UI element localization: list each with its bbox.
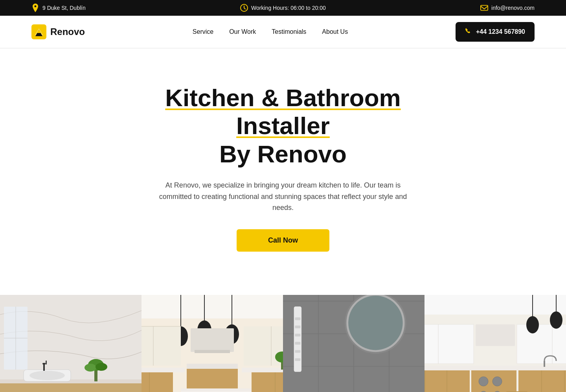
nav-item-our-work[interactable]: Our Work: [229, 28, 256, 35]
call-now-button[interactable]: Call Now: [237, 229, 329, 252]
svg-rect-35: [195, 350, 230, 353]
svg-rect-31: [142, 326, 181, 366]
svg-rect-73: [295, 326, 300, 328]
address-text: 9 Duke St, Dublín: [42, 5, 86, 11]
svg-rect-91: [424, 295, 566, 315]
nav-link-our-work[interactable]: Our Work: [229, 28, 256, 35]
gallery-image-4: [424, 295, 566, 392]
hero-title-line2: By Renovo: [219, 140, 347, 167]
svg-rect-132: [544, 361, 545, 367]
svg-point-101: [550, 311, 562, 329]
svg-rect-9: [43, 364, 45, 371]
svg-rect-38: [142, 372, 173, 392]
address-item: 9 Duke St, Dublín: [31, 4, 86, 12]
svg-point-14: [96, 363, 107, 371]
svg-rect-18: [46, 361, 47, 364]
gallery-image-2: [142, 295, 283, 392]
logo-icon: [31, 24, 46, 39]
clock-icon: [240, 4, 248, 12]
gallery-item-1: [0, 295, 142, 392]
svg-point-113: [492, 377, 502, 386]
svg-point-99: [526, 316, 539, 333]
hero-section: Kitchen & Bathroom Installer By Renovo A…: [0, 48, 566, 275]
svg-rect-42: [187, 364, 238, 369]
svg-rect-72: [295, 318, 300, 320]
logo[interactable]: Renovo: [31, 24, 85, 39]
svg-rect-41: [187, 368, 238, 392]
svg-rect-57: [252, 372, 283, 392]
svg-rect-75: [295, 342, 300, 345]
hero-subtitle: At Renovo, we specialize in bringing you…: [155, 180, 411, 213]
gallery-image-3: [283, 295, 424, 392]
svg-rect-24: [142, 295, 283, 318]
svg-point-8: [29, 371, 65, 380]
logo-text: Renovo: [50, 26, 85, 37]
phone-number: +44 1234 567890: [476, 28, 525, 35]
phone-cta-button[interactable]: +44 1234 567890: [456, 22, 535, 42]
hours-text: Working Hours: 06:00 to 20:00: [251, 5, 326, 11]
svg-rect-77: [295, 358, 300, 361]
svg-point-79: [348, 296, 402, 350]
svg-rect-76: [295, 350, 300, 353]
svg-rect-74: [295, 334, 300, 337]
nav-link-service[interactable]: Service: [193, 28, 213, 35]
svg-rect-108: [518, 370, 566, 392]
email-link[interactable]: info@renovo.com: [491, 5, 535, 11]
svg-rect-6: [0, 379, 142, 383]
nav-link-testimonials[interactable]: Testimonials: [272, 28, 306, 35]
svg-rect-96: [517, 324, 566, 364]
gallery-item-3: [283, 295, 424, 392]
svg-rect-93: [424, 324, 474, 364]
email-item[interactable]: info@renovo.com: [480, 4, 535, 12]
nav-item-testimonials[interactable]: Testimonials: [272, 28, 306, 35]
nav-link-about[interactable]: About Us: [322, 28, 348, 35]
pin-icon: [31, 4, 39, 12]
navbar: Renovo Service Our Work Testimonials Abo…: [0, 16, 566, 48]
svg-rect-10: [42, 363, 46, 364]
hours-item: Working Hours: 06:00 to 20:00: [240, 4, 326, 12]
hero-title: Kitchen & Bathroom Installer By Renovo: [126, 84, 440, 168]
top-bar: 9 Duke St, Dublín Working Hours: 06:00 t…: [0, 0, 566, 16]
mail-icon: [480, 4, 488, 12]
nav-links: Service Our Work Testimonials About Us: [193, 28, 348, 35]
svg-rect-40: [142, 368, 185, 372]
svg-rect-1: [481, 6, 488, 11]
svg-point-13: [85, 364, 96, 372]
gallery: [0, 295, 566, 392]
svg-rect-34: [191, 328, 234, 352]
gallery-item-2: [142, 295, 283, 392]
phone-icon: [465, 28, 472, 36]
svg-rect-71: [294, 307, 301, 372]
svg-rect-59: [242, 368, 283, 372]
svg-point-112: [479, 377, 488, 386]
hero-title-line1: Kitchen & Bathroom Installer: [165, 84, 401, 139]
nav-item-service[interactable]: Service: [193, 28, 213, 35]
gallery-image-1: [0, 295, 142, 392]
nav-item-about[interactable]: About Us: [322, 28, 348, 35]
svg-rect-95: [476, 324, 515, 346]
gallery-item-4: [424, 295, 566, 392]
